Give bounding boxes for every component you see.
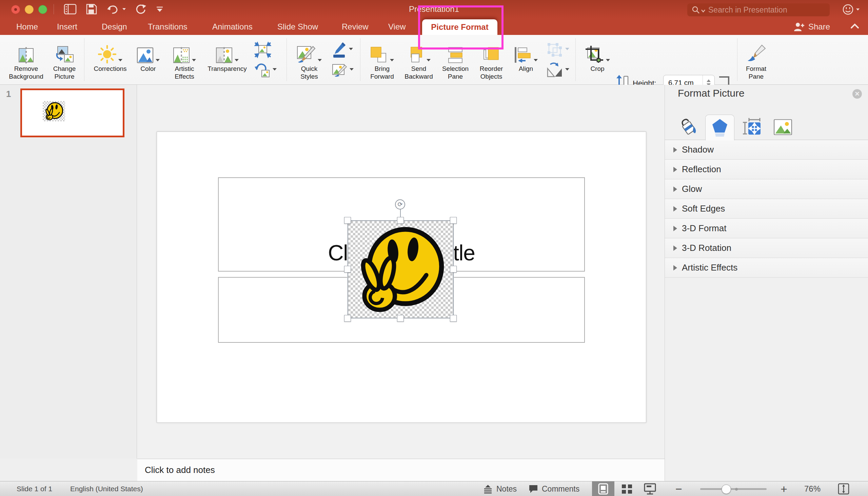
resize-handle-sw[interactable] — [344, 315, 351, 322]
send-backward-dropdown-caret[interactable] — [427, 59, 431, 61]
format-pane-button[interactable]: Format Pane — [741, 37, 771, 80]
disclosure-triangle-icon — [673, 167, 677, 172]
reset-picture-button[interactable] — [253, 60, 277, 80]
reorder-objects-button[interactable]: Reorder Objects — [472, 37, 510, 80]
disclosure-triangle-icon — [673, 186, 677, 192]
resize-handle-nw[interactable] — [344, 217, 351, 224]
notes-toggle-button[interactable]: Notes — [483, 481, 517, 496]
tab-slide-show[interactable]: Slide Show — [277, 18, 318, 35]
bring-forward-button[interactable]: Bring Forward — [365, 37, 399, 80]
slide-canvas[interactable]: Click to add title ⟳ — [157, 131, 646, 423]
section-3d-format[interactable]: 3-D Format — [665, 219, 868, 238]
transparency-button[interactable]: Transparency — [203, 37, 251, 73]
send-backward-button[interactable]: Send Backward — [398, 37, 439, 80]
account-menu[interactable] — [842, 3, 862, 16]
crop-dropdown-caret[interactable] — [606, 59, 610, 61]
resize-handle-n[interactable] — [397, 217, 404, 224]
tab-picture[interactable] — [768, 114, 797, 140]
quick-styles-button[interactable]: Quick Styles — [292, 37, 326, 80]
align-button[interactable]: Align — [512, 37, 540, 73]
compress-pictures-button[interactable] — [253, 40, 277, 60]
reorder-objects-icon — [482, 46, 500, 63]
section-reflection[interactable]: Reflection — [665, 160, 868, 179]
slide-sorter-view-button[interactable] — [621, 481, 633, 496]
comments-label: Comments — [542, 484, 579, 494]
corrections-dropdown-caret[interactable] — [118, 59, 122, 61]
resize-handle-e[interactable] — [450, 266, 457, 273]
tab-home[interactable]: Home — [16, 18, 38, 35]
share-button[interactable]: Share — [793, 18, 830, 35]
section-3d-rotation[interactable]: 3-D Rotation — [665, 238, 868, 258]
resize-handle-w[interactable] — [344, 266, 351, 273]
color-dropdown-caret[interactable] — [156, 59, 160, 61]
comments-toggle-button[interactable]: Comments — [528, 481, 579, 496]
picture-border-dropdown-caret[interactable] — [349, 48, 353, 50]
zoom-slider-track[interactable] — [700, 488, 766, 490]
disclosure-triangle-icon — [673, 206, 677, 212]
search-scope-caret-icon[interactable] — [701, 9, 706, 13]
fit-slide-to-window-button[interactable] — [837, 481, 850, 496]
rotation-handle[interactable]: ⟳ — [395, 199, 405, 210]
button-label: Selection Pane — [437, 65, 474, 80]
stepper-up-icon[interactable] — [707, 79, 711, 82]
zoom-out-button[interactable]: − — [676, 481, 682, 496]
resize-handle-s[interactable] — [397, 315, 404, 322]
tab-picture-format-active[interactable]: Picture Format — [422, 19, 497, 35]
button-label: Corrections — [88, 65, 132, 73]
search-box[interactable] — [687, 3, 830, 16]
send-backward-icon — [407, 46, 424, 63]
artistic-effects-dropdown-caret[interactable] — [192, 59, 196, 61]
collapse-ribbon-chevron-icon[interactable] — [850, 23, 859, 29]
picture-effects-button[interactable] — [331, 60, 354, 80]
reset-picture-dropdown-caret[interactable] — [273, 68, 277, 71]
section-soft-edges[interactable]: Soft Edges — [665, 199, 868, 219]
rotate-objects-button[interactable] — [546, 60, 569, 80]
tab-design[interactable]: Design — [102, 18, 127, 35]
selection-pane-button[interactable]: Selection Pane — [437, 37, 474, 80]
tab-insert[interactable]: Insert — [57, 18, 77, 35]
search-input[interactable] — [708, 5, 811, 15]
zoom-slider-knob[interactable] — [722, 484, 731, 494]
selected-picture[interactable] — [347, 220, 454, 319]
normal-view-button-selected[interactable] — [592, 481, 615, 496]
transparency-dropdown-caret[interactable] — [235, 59, 239, 61]
align-dropdown-caret[interactable] — [534, 59, 538, 61]
rotate-dropdown-caret[interactable] — [565, 68, 569, 71]
artistic-effects-button[interactable]: Artistic Effects — [168, 37, 201, 80]
crop-button[interactable]: Crop — [584, 37, 611, 73]
group-objects-button-disabled — [546, 40, 569, 60]
zoom-in-button[interactable]: + — [780, 481, 787, 496]
group-dropdown-caret — [565, 48, 569, 50]
panel-close-button[interactable]: ✕ — [852, 89, 862, 99]
tab-view[interactable]: View — [388, 18, 406, 35]
tab-animations[interactable]: Animations — [212, 18, 253, 35]
section-shadow[interactable]: Shadow — [665, 140, 868, 160]
slide-thumbnail-selected[interactable] — [20, 89, 124, 137]
smiley-image — [348, 221, 453, 318]
picture-border-button[interactable] — [331, 40, 354, 60]
resize-handle-ne[interactable] — [450, 217, 457, 224]
fit-window-icon — [837, 483, 850, 495]
bring-forward-dropdown-caret[interactable] — [390, 59, 394, 61]
pentagon-effects-icon — [711, 118, 729, 137]
quick-styles-dropdown-caret[interactable] — [318, 59, 322, 61]
tab-transitions[interactable]: Transitions — [148, 18, 187, 35]
corrections-button[interactable]: Corrections — [88, 37, 132, 73]
section-glow[interactable]: Glow — [665, 179, 868, 199]
slideshow-view-button[interactable] — [644, 481, 656, 496]
change-picture-button[interactable]: Change Picture — [46, 37, 83, 80]
ribbon-tab-row: Home Insert Design Transitions Animation… — [0, 18, 868, 35]
tab-review[interactable]: Review — [342, 18, 369, 35]
color-button[interactable]: Color — [133, 37, 164, 73]
thumbnail-picture — [43, 101, 65, 121]
language-button[interactable]: English (United States) — [70, 481, 143, 496]
tab-fill-line[interactable] — [675, 114, 703, 140]
zoom-percentage[interactable]: 76% — [804, 481, 821, 496]
picture-effects-dropdown-caret[interactable] — [350, 68, 354, 71]
notes-pane[interactable]: Click to add notes — [137, 459, 665, 481]
tab-effects-active[interactable] — [705, 114, 734, 140]
section-artistic-effects[interactable]: Artistic Effects — [665, 258, 868, 278]
remove-background-button[interactable]: Remove Background — [1, 37, 51, 80]
resize-handle-se[interactable] — [450, 315, 457, 322]
tab-size-properties[interactable] — [737, 114, 766, 140]
